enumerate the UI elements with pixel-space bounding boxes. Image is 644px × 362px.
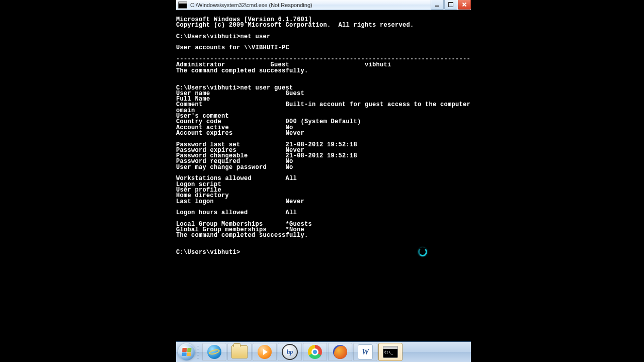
- maximize-icon: [448, 2, 453, 7]
- start-button[interactable]: [178, 343, 195, 360]
- taskbar-item-chrome[interactable]: [303, 343, 327, 361]
- cmd-window: C:\Windows\system32\cmd.exe (Not Respond…: [176, 0, 471, 362]
- window-controls: [430, 0, 471, 9]
- taskbar-separator: [197, 344, 200, 359]
- titlebar[interactable]: C:\Windows\system32\cmd.exe (Not Respond…: [176, 0, 471, 10]
- taskbar-item-wmp[interactable]: [253, 343, 277, 361]
- internet-explorer-icon: [207, 345, 221, 359]
- taskbar[interactable]: hp W: [176, 341, 471, 362]
- taskbar-item-word[interactable]: W: [353, 343, 377, 361]
- close-icon: [462, 2, 467, 7]
- cmd-system-icon[interactable]: [178, 2, 187, 9]
- media-player-icon: [258, 345, 272, 359]
- taskbar-item-ie[interactable]: [202, 343, 226, 361]
- wait-cursor-icon: [418, 247, 427, 256]
- minimize-icon: [435, 6, 439, 7]
- word-icon: W: [358, 344, 373, 359]
- taskbar-item-hp[interactable]: hp: [278, 343, 302, 361]
- taskbar-item-firefox[interactable]: [328, 343, 352, 361]
- chrome-icon: [308, 345, 322, 359]
- explorer-icon: [231, 345, 248, 358]
- maximize-button[interactable]: [444, 0, 457, 10]
- windows-logo-icon: [182, 348, 191, 356]
- cmd-icon: [383, 346, 398, 358]
- minimize-button[interactable]: [431, 0, 444, 10]
- window-title: C:\Windows\system32\cmd.exe (Not Respond…: [190, 2, 312, 8]
- terminal-output[interactable]: Microsoft Windows [Version 6.1.7601] Cop…: [176, 16, 471, 348]
- firefox-icon: [333, 345, 347, 359]
- hp-icon: hp: [282, 344, 298, 360]
- close-button[interactable]: [458, 0, 471, 10]
- taskbar-item-explorer[interactable]: [227, 343, 252, 361]
- taskbar-item-cmd[interactable]: [378, 343, 403, 361]
